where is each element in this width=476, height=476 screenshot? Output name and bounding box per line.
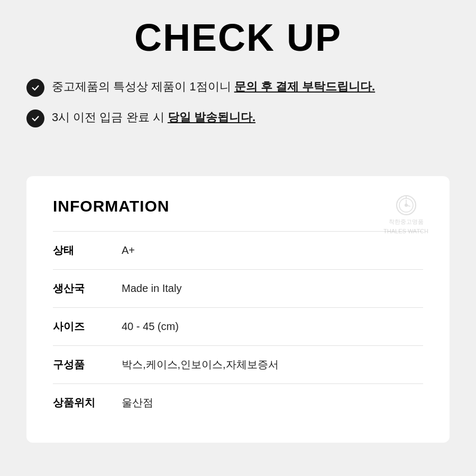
watermark-subtext: THALES WATCH [383,227,428,235]
info-label-status: 상태 [53,243,122,258]
info-label-location: 상품위치 [53,396,122,410]
info-title: INFORMATION [53,197,423,215]
info-label-size: 사이즈 [53,319,122,334]
page-title: CHECK UP [26,16,450,59]
info-card: 착한중고명품 THALES WATCH INFORMATION 상태 A+ 생산… [26,176,450,443]
info-row-size: 사이즈 40 - 45 (cm) [53,307,423,345]
info-value-location: 울산점 [122,396,153,410]
check-text-2: 3시 이전 입금 완료 시 당일 발송됩니다. [52,108,255,126]
check-text-1-bold: 문의 후 결제 부탁드립니다. [234,80,375,93]
watermark-text: 착한중고명품 [389,218,424,225]
checkmark-icon-1 [26,79,44,97]
info-value-contents: 박스,케이스,인보이스,자체보증서 [122,358,279,372]
info-row-status: 상태 A+ [53,231,423,269]
info-label-contents: 구성품 [53,358,122,372]
watermark: 착한중고명품 THALES WATCH [383,195,428,235]
info-row-location: 상품위치 울산점 [53,383,423,422]
check-item-2: 3시 이전 입금 완료 시 당일 발송됩니다. [26,108,450,127]
info-row-contents: 구성품 박스,케이스,인보이스,자체보증서 [53,345,423,383]
info-label-origin: 생산국 [53,281,122,296]
check-text-1: 중고제품의 특성상 제품이 1점이니 문의 후 결제 부탁드립니다. [52,78,375,95]
info-section: 착한중고명품 THALES WATCH INFORMATION 상태 A+ 생산… [0,160,476,469]
info-value-origin: Made in Italy [122,282,181,295]
info-table: 상태 A+ 생산국 Made in Italy 사이즈 40 - 45 (cm)… [53,231,423,422]
checkmark-icon-2 [26,109,44,127]
info-value-size: 40 - 45 (cm) [122,321,179,333]
check-item-1: 중고제품의 특성상 제품이 1점이니 문의 후 결제 부탁드립니다. [26,78,450,97]
info-row-origin: 생산국 Made in Italy [53,269,423,307]
check-text-2-bold: 당일 발송됩니다. [168,111,255,124]
header-section: CHECK UP 중고제품의 특성상 제품이 1점이니 문의 후 결제 부탁드립… [0,0,476,160]
info-value-status: A+ [122,244,135,257]
